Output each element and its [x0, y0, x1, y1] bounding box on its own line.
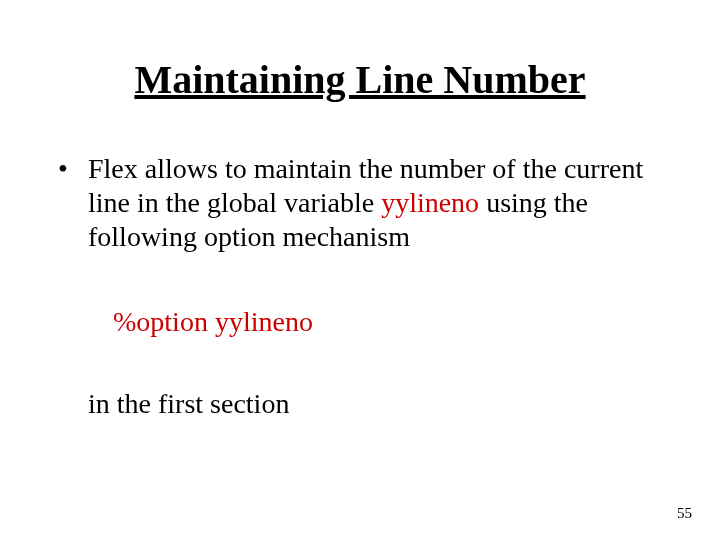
bullet-text: Flex allows to maintain the number of th…: [88, 152, 668, 254]
variable-name: yylineno: [381, 187, 479, 218]
slide-title: Maintaining Line Number: [0, 56, 720, 103]
option-argument: yylineno: [215, 306, 313, 337]
page-number: 55: [677, 505, 692, 522]
bullet-marker: •: [56, 152, 88, 186]
option-directive: %option: [113, 306, 215, 337]
slide: Maintaining Line Number • Flex allows to…: [0, 0, 720, 540]
option-directive-line: %option yylineno: [113, 306, 313, 338]
bullet-item: • Flex allows to maintain the number of …: [56, 152, 668, 254]
closing-text: in the first section: [88, 388, 289, 420]
